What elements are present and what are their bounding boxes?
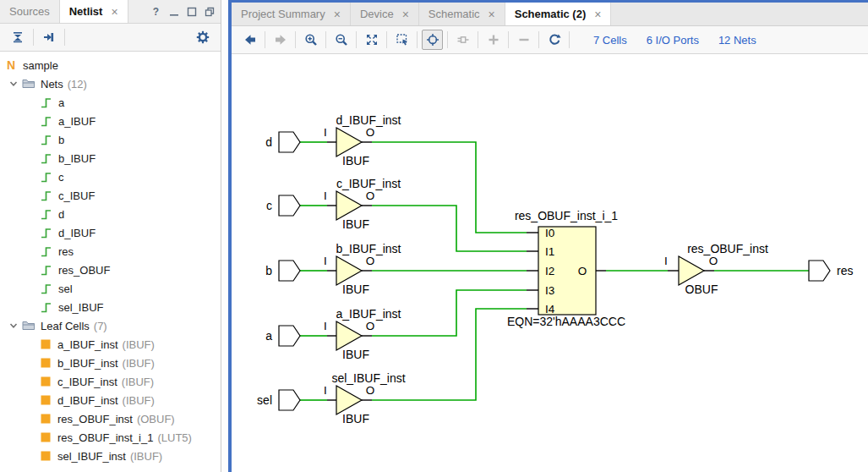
net-icon [41,283,52,294]
instance-name-b_IBUF_inst: b_IBUF_inst [336,242,401,255]
cell-a_IBUF_inst[interactable] [336,321,362,350]
zoom-out-icon[interactable] [330,30,352,50]
port-res[interactable] [809,261,830,281]
back-arrow-icon[interactable] [239,30,260,50]
tree-item-res_OBUF_inst[interactable]: res_OBUF_inst(OBUF) [0,409,221,428]
tree-item-label: b_IBUF_inst [57,357,118,370]
tree-item-d_IBUF[interactable]: d_IBUF [0,223,221,242]
collapse-all-icon[interactable] [7,26,29,48]
net-icon [41,190,52,201]
net-icon [41,228,52,239]
regenerate-icon[interactable] [543,30,565,50]
tree-item-res[interactable]: res [0,242,221,261]
minus-icon[interactable] [513,30,534,50]
tree-item-d_IBUF_inst[interactable]: d_IBUF_inst(IBUF) [0,391,221,409]
pin-label-i: I [664,255,668,267]
cell-icon [41,339,51,349]
close-icon[interactable]: × [489,8,495,20]
tab-device[interactable]: Device× [351,3,419,25]
pin-label-i4: I4 [545,303,555,316]
close-icon[interactable]: × [402,8,409,20]
cell-d_IBUF_inst[interactable] [336,128,362,156]
tree-item-sel[interactable]: sel [0,279,221,298]
tree-item-a_IBUF_inst[interactable]: a_IBUF_inst(IBUF) [0,335,221,354]
tree-item-b_IBUF_inst[interactable]: b_IBUF_inst(IBUF) [0,354,221,372]
port-d[interactable] [279,132,300,152]
expand-cone-icon[interactable] [452,30,473,50]
toolbar-separator [265,31,265,48]
cell-b_IBUF_inst[interactable] [336,256,362,285]
maximize-icon[interactable] [184,4,199,19]
tree-item-a_IBUF[interactable]: a_IBUF [0,112,221,130]
tree-item-c[interactable]: c [0,167,221,186]
tree-item-d[interactable]: d [0,205,221,223]
cell-res_OBUF_inst[interactable] [679,256,704,285]
tree-item-label: res_OBUF_inst_i_1 [57,431,153,444]
port-c[interactable] [279,195,300,216]
tree-item-label: a_IBUF_inst [57,338,118,351]
close-icon[interactable]: × [334,8,341,20]
tree-item-label: d_IBUF [58,227,96,239]
minimize-icon[interactable] [167,4,181,19]
schematic-drawing: dIOd_IBUF_instIBUFcIOc_IBUF_instIBUFbIOb… [232,54,868,471]
net-icon [41,209,52,220]
port-b[interactable] [279,261,300,281]
toolbar-separator [356,31,357,48]
goto-selected-icon[interactable] [38,26,60,48]
port-a[interactable] [279,326,300,346]
plus-icon[interactable] [483,30,504,50]
port-label-d: d [265,135,272,149]
tree-item-sel_IBUF[interactable]: sel_IBUF [0,298,221,316]
stat-link-6-i-o-ports[interactable]: 6 I/O Ports [647,34,699,47]
stat-link-7-cells[interactable]: 7 Cells [593,34,627,47]
zoom-fit-icon[interactable] [361,30,382,50]
schematic-canvas[interactable]: dIOd_IBUF_instIBUFcIOc_IBUF_instIBUFbIOb… [232,54,868,471]
tree-item-label: b_IBUF [58,152,96,165]
stat-link-12-nets[interactable]: 12 Nets [718,34,756,47]
tree-item-c_IBUF[interactable]: c_IBUF [0,186,221,205]
pin-label-i: I [324,126,327,139]
close-icon[interactable]: × [594,8,601,20]
net-sel_IBUF[interactable] [372,309,527,400]
tree-item-b[interactable]: b [0,130,221,149]
tab-netlist[interactable]: Netlist× [60,0,128,23]
forward-arrow-icon[interactable] [270,30,291,50]
tab-schematic[interactable]: Schematic× [419,3,505,25]
instance-name-res_OBUF_inst_i_1: res_OBUF_inst_i_1 [515,209,618,222]
chevron-down-icon[interactable] [8,80,19,88]
tree-group-label: Nets [41,78,63,91]
tree-group-leaf-cells[interactable]: Leaf Cells(7) [0,316,221,335]
tree-item-sample[interactable]: Nsample [0,56,221,74]
tree-item-c_IBUF_inst[interactable]: c_IBUF_inst(IBUF) [0,372,221,391]
zoom-in-icon[interactable] [300,30,321,50]
tree-group-count: (7) [94,320,107,332]
zoom-selection-icon[interactable] [391,30,412,50]
port-sel[interactable] [279,390,300,410]
tree-item-res_OBUF[interactable]: res_OBUF [0,261,221,279]
toolbar-separator [447,31,448,48]
tab-schematic-2-[interactable]: Schematic (2)× [505,3,612,25]
tab-sources[interactable]: Sources [0,0,60,23]
tree-item-type: (IBUF) [123,357,155,370]
help-icon[interactable]: ? [149,4,163,19]
panel-splitter[interactable] [222,0,228,472]
tree-item-a[interactable]: a [0,93,221,112]
tab-project-summary[interactable]: Project Summary× [232,3,351,25]
instance-name-res_OBUF_inst: res_OBUF_inst [687,242,768,255]
toolbar-separator [64,29,65,46]
tab-label: Schematic [429,8,480,20]
cell-c_IBUF_inst[interactable] [336,191,362,220]
tree-item-b_IBUF[interactable]: b_IBUF [0,149,221,167]
chevron-down-icon[interactable] [8,321,19,330]
tree-item-sel_IBUF_inst[interactable]: sel_IBUF_inst(IBUF) [0,447,221,465]
float-icon[interactable] [202,4,216,19]
net-icon [41,302,52,313]
close-icon[interactable]: × [111,6,117,18]
left-tab-bar: SourcesNetlist×? [0,0,221,24]
tree-group-nets[interactable]: Nets(12) [0,74,221,93]
tree-item-res_OBUF_inst_i_1[interactable]: res_OBUF_inst_i_1(LUT5) [0,428,221,447]
autofit-selection-icon[interactable] [422,30,443,50]
cell-sel_IBUF_inst[interactable] [336,386,362,414]
settings-gear-icon[interactable] [192,26,214,48]
toolbar-separator [386,31,387,48]
